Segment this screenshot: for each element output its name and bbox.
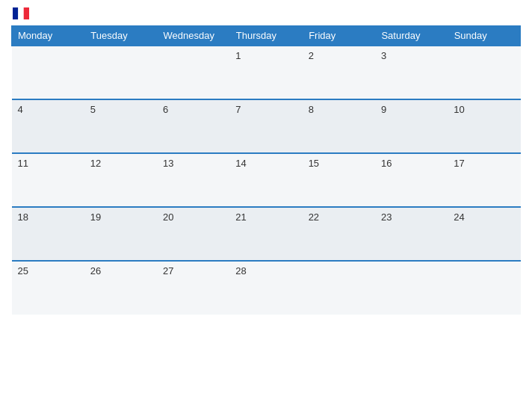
week-row: 18192021222324 <box>12 207 521 261</box>
calendar-cell: 27 <box>157 261 229 315</box>
calendar-cell: 5 <box>84 99 157 153</box>
calendar-container: MondayTuesdayWednesdayThursdayFridaySatu… <box>0 0 532 411</box>
calendar-cell: 2 <box>303 46 375 99</box>
calendar-cell <box>448 46 520 99</box>
calendar-cell: 20 <box>157 207 229 261</box>
day-header-monday: Monday <box>12 26 84 46</box>
week-row: 123 <box>12 46 521 99</box>
calendar-cell: 15 <box>303 153 375 207</box>
day-header-sunday: Sunday <box>448 26 520 46</box>
calendar-cell: 24 <box>448 207 520 261</box>
day-header-tuesday: Tuesday <box>84 26 157 46</box>
calendar-cell <box>375 261 448 315</box>
calendar-header <box>11 7 521 19</box>
calendar-cell: 10 <box>448 99 520 153</box>
calendar-cell <box>303 261 375 315</box>
svg-rect-2 <box>24 7 29 19</box>
calendar-cell: 7 <box>229 99 302 153</box>
calendar-cell: 9 <box>375 99 448 153</box>
calendar-cell: 1 <box>229 46 302 99</box>
calendar-cell <box>448 261 520 315</box>
week-row: 25262728 <box>12 261 521 315</box>
day-headers-row: MondayTuesdayWednesdayThursdayFridaySatu… <box>12 26 521 46</box>
calendar-tbody: 1234567891011121314151617181920212223242… <box>12 46 521 315</box>
logo <box>11 7 29 19</box>
calendar-cell: 13 <box>157 153 229 207</box>
day-header-wednesday: Wednesday <box>157 26 229 46</box>
calendar-cell: 21 <box>229 207 302 261</box>
day-header-thursday: Thursday <box>229 26 302 46</box>
calendar-thead: MondayTuesdayWednesdayThursdayFridaySatu… <box>12 26 521 46</box>
calendar-cell <box>12 46 84 99</box>
calendar-cell: 3 <box>375 46 448 99</box>
calendar-cell <box>157 46 229 99</box>
svg-rect-1 <box>18 7 23 19</box>
calendar-cell: 11 <box>12 153 84 207</box>
calendar-cell: 23 <box>375 207 448 261</box>
calendar-cell <box>84 46 157 99</box>
calendar-cell: 26 <box>84 261 157 315</box>
calendar-cell: 25 <box>12 261 84 315</box>
calendar-cell: 28 <box>229 261 302 315</box>
calendar-cell: 12 <box>84 153 157 207</box>
calendar-cell: 8 <box>303 99 375 153</box>
day-header-friday: Friday <box>303 26 375 46</box>
calendar-cell: 14 <box>229 153 302 207</box>
logo-flag-icon <box>13 7 29 19</box>
calendar-cell: 16 <box>375 153 448 207</box>
calendar-cell: 17 <box>448 153 520 207</box>
week-row: 11121314151617 <box>12 153 521 207</box>
day-header-saturday: Saturday <box>375 26 448 46</box>
calendar-table: MondayTuesdayWednesdayThursdayFridaySatu… <box>11 25 521 315</box>
calendar-cell: 22 <box>303 207 375 261</box>
calendar-cell: 18 <box>12 207 84 261</box>
calendar-cell: 4 <box>12 99 84 153</box>
week-row: 45678910 <box>12 99 521 153</box>
calendar-cell: 6 <box>157 99 229 153</box>
svg-rect-0 <box>13 7 18 19</box>
calendar-cell: 19 <box>84 207 157 261</box>
